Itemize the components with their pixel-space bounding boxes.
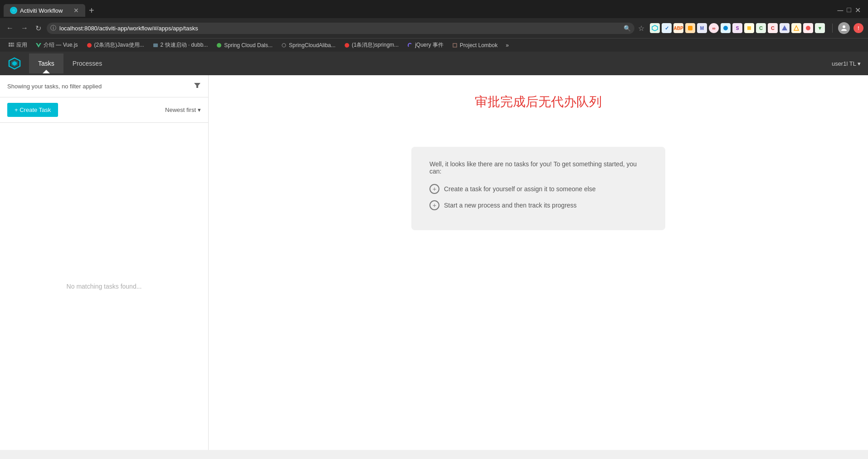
svg-point-7 (806, 26, 810, 30)
left-panel: Showing your tasks, no filter applied + … (0, 75, 209, 450)
ext-icon-12[interactable] (780, 23, 790, 33)
svg-rect-21 (453, 43, 457, 47)
svg-marker-2 (652, 25, 658, 31)
ext-icon-11[interactable]: C (768, 23, 778, 33)
app-logo (7, 56, 22, 71)
ext-icon-1[interactable] (650, 23, 660, 33)
jquery-icon (407, 42, 413, 48)
svg-rect-14 (13, 45, 14, 47)
svg-rect-9 (9, 43, 10, 44)
bookmark-more[interactable]: » (502, 41, 512, 49)
tab-close-button[interactable]: ✕ (73, 7, 79, 14)
svg-point-20 (345, 43, 349, 48)
no-tasks-message: No matching tasks found... (0, 123, 208, 450)
forward-button[interactable]: → (19, 22, 30, 34)
svg-rect-13 (11, 45, 13, 47)
tab-tasks[interactable]: Tasks (29, 53, 63, 73)
main-heading: 审批完成后无代办队列 (475, 93, 602, 111)
ext-icon-8[interactable]: S (732, 23, 742, 33)
new-tab-button[interactable]: + (85, 4, 98, 18)
info-item-1: + Create a task for yourself or assign i… (429, 184, 647, 194)
active-tab[interactable]: Activiti Workflow ✕ (4, 4, 85, 17)
apps-grid-icon (8, 42, 15, 48)
bookmark-java[interactable]: (2条消息)Java使用... (83, 40, 148, 50)
profile-button[interactable] (838, 22, 850, 34)
maximize-button[interactable]: □ (847, 6, 851, 15)
springm-icon (344, 42, 350, 48)
bookmark-springm-label: (1条消息)springm... (352, 41, 399, 49)
bookmark-springcloud[interactable]: SpringCloudAliba... (277, 41, 339, 49)
svg-point-4 (723, 26, 728, 30)
lombok-icon (452, 42, 458, 48)
address-input[interactable] (47, 23, 634, 34)
svg-marker-15 (36, 43, 41, 48)
plus-circle-icon-2: + (429, 200, 439, 210)
address-input-wrapper: ⓘ 🔍 (47, 23, 634, 34)
bookmark-jquery-label: jQuery 事件 (415, 41, 444, 49)
ext-icon-9[interactable] (744, 23, 754, 33)
bookmark-lombok[interactable]: Project Lombok (448, 41, 501, 49)
ext-icon-last[interactable]: ! (853, 23, 863, 33)
svg-rect-11 (13, 43, 14, 44)
bookmark-star-icon[interactable]: ☆ (638, 24, 644, 33)
ext-icon-7[interactable] (721, 23, 731, 33)
minimize-button[interactable]: ─ (838, 6, 844, 15)
address-search-icon: 🔍 (624, 25, 631, 32)
bookmark-apps[interactable]: 应用 (5, 40, 31, 50)
refresh-button[interactable]: ↻ (34, 22, 43, 34)
spring-icon (216, 42, 222, 48)
main-content: Showing your tasks, no filter applied + … (0, 75, 868, 450)
sort-dropdown[interactable]: Newest first ▾ (165, 106, 201, 113)
filter-text: Showing your tasks, no filter applied (7, 83, 102, 90)
svg-rect-17 (153, 43, 158, 47)
tab-processes[interactable]: Processes (63, 53, 111, 73)
ext-icon-2[interactable]: ✓ (662, 23, 672, 33)
bookmark-lombok-label: Project Lombok (460, 42, 497, 48)
app-user[interactable]: user1l TL ▾ (832, 60, 861, 67)
ext-icon-15[interactable]: ▼ (815, 23, 825, 33)
no-tasks-text: No matching tasks found... (67, 283, 142, 290)
browser-extensions: ✓ ABP M ∞ S C C ▼ (648, 23, 827, 33)
address-bar: ← → ↻ ⓘ 🔍 ☆ ✓ ABP M ∞ S (0, 18, 868, 38)
panel-header: Showing your tasks, no filter applied (0, 75, 208, 97)
ext-icon-13[interactable] (791, 23, 801, 33)
ext-icon-10[interactable]: C (756, 23, 766, 33)
bookmark-dubbo-label: 2 快速启动 · dubb... (161, 41, 208, 49)
app-nav: Tasks Processes (29, 53, 832, 73)
bookmark-spring[interactable]: Spring Cloud Dals... (212, 41, 276, 49)
dubbo-icon (152, 42, 159, 48)
info-item-1-text: Create a task for yourself or assign it … (444, 185, 596, 193)
bookmark-vue[interactable]: 介绍 — Vue.js (32, 40, 82, 50)
bookmark-apps-label: 应用 (16, 41, 27, 49)
svg-rect-3 (688, 26, 692, 30)
bookmark-vue-label: 介绍 — Vue.js (44, 41, 78, 49)
svg-marker-5 (782, 25, 787, 30)
bookmark-dubbo[interactable]: 2 快速启动 · dubb... (149, 40, 212, 50)
springcloud-icon (281, 42, 287, 48)
vue-icon (35, 42, 42, 48)
create-task-button[interactable]: + Create Task (7, 103, 58, 117)
right-panel: 审批完成后无代办队列 Well, it looks like there are… (209, 75, 868, 450)
svg-marker-6 (794, 26, 799, 30)
svg-point-19 (282, 43, 286, 47)
app-container: Tasks Processes user1l TL ▾ Showing your… (0, 52, 868, 450)
user-label: user1l TL ▾ (832, 60, 861, 67)
app-header: Tasks Processes user1l TL ▾ (0, 52, 868, 75)
close-window-button[interactable]: ✕ (855, 6, 861, 15)
bookmark-more-label: » (506, 42, 509, 48)
ext-icon-14[interactable] (803, 23, 813, 33)
ext-icon-3[interactable]: ABP (673, 23, 683, 33)
filter-icon[interactable] (194, 82, 201, 91)
tab-title: Activiti Workflow (20, 7, 63, 14)
ext-icon-5[interactable]: M (697, 23, 707, 33)
bookmark-jquery[interactable]: jQuery 事件 (403, 40, 447, 50)
back-button[interactable]: ← (5, 22, 15, 34)
bookmark-springm[interactable]: (1条消息)springm... (340, 40, 402, 50)
svg-point-18 (217, 43, 221, 48)
ext-icon-4[interactable] (685, 23, 695, 33)
sort-label: Newest first (165, 106, 196, 113)
ext-icon-6[interactable]: ∞ (709, 23, 719, 33)
filter-svg-icon (194, 82, 201, 89)
svg-point-8 (843, 25, 845, 28)
sort-chevron-icon: ▾ (198, 106, 201, 113)
